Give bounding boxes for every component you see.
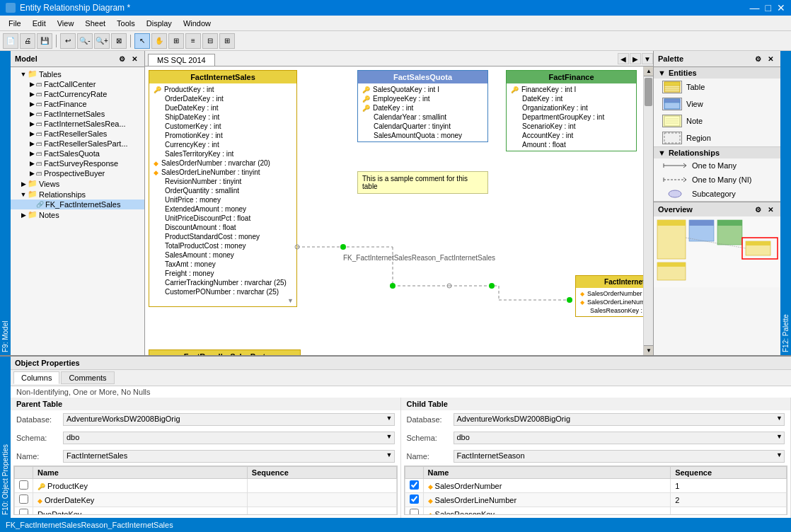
- tree-tables-group[interactable]: ▼ 📁 Tables: [11, 69, 144, 79]
- menu-display[interactable]: Display: [141, 18, 178, 29]
- toolbar-zoom-in[interactable]: 🔍+: [94, 33, 110, 49]
- checkbox[interactable]: [19, 509, 28, 515]
- f12-label[interactable]: F12: Palette: [780, 51, 791, 355]
- palette-item-onetomany[interactable]: One to Many: [654, 158, 780, 173]
- palette-item-view[interactable]: View: [654, 96, 780, 112]
- minimize-button[interactable]: —: [750, 2, 760, 13]
- erd-table-factinternetsales[interactable]: FactInternetSales 🔑ProductKey : int Orde…: [149, 70, 297, 307]
- checkbox[interactable]: [19, 480, 28, 490]
- palette-item-region[interactable]: Region: [654, 129, 780, 146]
- tree-factcurrencyrate[interactable]: ▶ 🗃 FactCurrencyRate: [11, 89, 144, 99]
- check-cell[interactable]: [405, 479, 423, 493]
- toolbar-select[interactable]: ↖: [134, 33, 150, 49]
- erd-table-factfinance[interactable]: FactFinance 🔑FinanceKey : int I DateKey …: [506, 70, 637, 151]
- notes-expand-icon[interactable]: ▶: [19, 212, 28, 219]
- menu-tools[interactable]: Tools: [111, 18, 141, 29]
- tab-nav-right[interactable]: ▶: [630, 53, 641, 64]
- palette-item-subcategory[interactable]: Subcategory: [654, 187, 780, 201]
- factsurveyresponse-expand[interactable]: ▶: [28, 160, 36, 167]
- parent-schema-value[interactable]: dbo ▼: [63, 432, 395, 444]
- maximize-button[interactable]: □: [766, 2, 771, 13]
- factcurrencyrate-expand[interactable]: ▶: [28, 91, 36, 98]
- model-close-btn[interactable]: ✕: [129, 53, 140, 64]
- tree-factsurveyresponse[interactable]: ▶ 🗃 FactSurveyResponse: [11, 158, 144, 168]
- title-bar-controls[interactable]: — □ ✕: [750, 2, 785, 13]
- checkbox[interactable]: [410, 509, 419, 515]
- toolbar-layout[interactable]: ⊞: [219, 33, 235, 49]
- tree-factcallcenter[interactable]: ▶ 🗃 FactCallCenter: [11, 79, 144, 89]
- toolbar-zoom-out[interactable]: 🔍-: [77, 33, 93, 49]
- overview-close-btn[interactable]: ✕: [765, 204, 776, 215]
- child-schema-value[interactable]: dbo ▼: [454, 432, 785, 444]
- factinternetsalesrea-expand[interactable]: ▶: [28, 120, 36, 127]
- diagram-scrollbar[interactable]: ▲ ▼: [643, 66, 653, 355]
- relationships-expand-icon[interactable]: ▼: [19, 191, 28, 198]
- checkbox-checked[interactable]: [410, 495, 419, 504]
- erd-table-factsalesquota[interactable]: FactSalesQuota 🔑SalesQuotaKey : int I 🔑E…: [357, 70, 488, 142]
- views-expand-icon[interactable]: ▶: [19, 180, 28, 187]
- tree-factresellersalespart[interactable]: ▶ 🗃 FactResellerSalesPart...: [11, 139, 144, 149]
- toolbar-save[interactable]: 💾: [37, 33, 52, 49]
- tree-factfinance[interactable]: ▶ 🗃 FactFinance: [11, 99, 144, 109]
- factresellersalespart-expand[interactable]: ▶: [28, 140, 36, 147]
- child-db-value[interactable]: AdventureWorksDW2008BigOrig ▼: [454, 413, 785, 426]
- overview-settings-btn[interactable]: ⚙: [752, 204, 763, 215]
- model-settings-btn[interactable]: ⚙: [116, 53, 127, 64]
- tree-fk-factinternetsales[interactable]: 🔗 FK_FactInternetSales: [11, 200, 144, 209]
- scroll-down-btn[interactable]: ▼: [644, 345, 653, 355]
- scroll-up-btn[interactable]: ▲: [644, 66, 653, 76]
- toolbar-grid[interactable]: ⊞: [168, 33, 184, 49]
- tab-ms-sql-2014[interactable]: MS SQL 2014: [148, 54, 215, 66]
- factinternetsales-expand[interactable]: ▶: [28, 110, 36, 117]
- palette-item-note[interactable]: Note: [654, 112, 780, 129]
- toolbar-distribute[interactable]: ⊟: [202, 33, 218, 49]
- tree-factresellersales[interactable]: ▶ 🗃 FactResellerSales: [11, 129, 144, 139]
- palette-close-btn[interactable]: ✕: [765, 53, 776, 64]
- toolbar-pan[interactable]: ✋: [151, 33, 167, 49]
- palette-item-onetomany-ni[interactable]: One to Many (NI): [654, 173, 780, 187]
- tree-notes-group[interactable]: ▶ 📁 Notes: [11, 209, 144, 220]
- diagram-canvas[interactable]: FactInternetSales 🔑ProductKey : int Orde…: [145, 66, 653, 355]
- tree-factsalesquota[interactable]: ▶ 🗃 FactSalesQuota: [11, 149, 144, 158]
- child-name-value[interactable]: FactInternetSeason ▼: [454, 450, 785, 463]
- tree-factinternetsales[interactable]: ▶ 🗃 FactInternetSales: [11, 109, 144, 119]
- check-cell[interactable]: [405, 507, 423, 516]
- tables-expand-icon[interactable]: ▼: [19, 71, 28, 78]
- checkbox-checked[interactable]: [410, 480, 419, 490]
- parent-name-value[interactable]: FactInternetSales ▼: [63, 450, 395, 463]
- menu-sheet[interactable]: Sheet: [79, 18, 111, 29]
- menu-window[interactable]: Window: [178, 18, 216, 29]
- props-tab-columns[interactable]: Columns: [13, 371, 59, 384]
- menu-file[interactable]: File: [3, 18, 27, 29]
- factsalesquota-expand[interactable]: ▶: [28, 150, 36, 157]
- f10-label[interactable]: F10: Object Properties: [0, 357, 11, 518]
- tree-views-group[interactable]: ▶ 📁 Views: [11, 178, 144, 189]
- parent-db-value[interactable]: AdventureWorksDW2008BigOrig ▼: [63, 413, 395, 426]
- check-cell[interactable]: [15, 507, 33, 516]
- tab-nav-menu[interactable]: ▼: [642, 53, 653, 64]
- tree-prospectivebuyer[interactable]: ▶ 🗃 ProspectiveBuyer: [11, 168, 144, 178]
- toolbar-print[interactable]: 🖨: [20, 33, 35, 49]
- props-tab-comments[interactable]: Comments: [61, 371, 114, 384]
- toolbar-zoom-fit[interactable]: ⊠: [111, 33, 127, 49]
- check-cell[interactable]: [15, 493, 33, 507]
- toolbar-align[interactable]: ≡: [185, 33, 201, 49]
- prospectivebuyer-expand[interactable]: ▶: [28, 170, 36, 177]
- close-button[interactable]: ✕: [777, 2, 785, 13]
- factresellersales-expand[interactable]: ▶: [28, 130, 36, 137]
- f9-label[interactable]: F9: Model: [0, 51, 11, 355]
- erd-table-factresellersalespart[interactable]: FactResellerSalesPart 🔑ProductKey : int …: [149, 349, 301, 355]
- tab-nav-left[interactable]: ◀: [618, 53, 629, 64]
- toolbar-new[interactable]: 📄: [3, 33, 18, 49]
- check-cell[interactable]: [15, 479, 33, 493]
- tree-factinternetsalesrea[interactable]: ▶ 🗃 FactInternetSalesRea...: [11, 119, 144, 129]
- palette-item-table[interactable]: Table: [654, 79, 780, 96]
- toolbar-undo[interactable]: ↩: [60, 33, 76, 49]
- erd-table-factinternetsalesreason[interactable]: FactInternetSa... ◆SalesOrderNumber :...…: [575, 275, 653, 317]
- tree-relationships-group[interactable]: ▼ 📁 Relationships: [11, 189, 144, 200]
- checkbox[interactable]: [19, 495, 28, 504]
- check-cell[interactable]: [405, 493, 423, 507]
- menu-view[interactable]: View: [52, 18, 80, 29]
- factfinance-expand[interactable]: ▶: [28, 100, 36, 108]
- overview-canvas[interactable]: [654, 216, 780, 287]
